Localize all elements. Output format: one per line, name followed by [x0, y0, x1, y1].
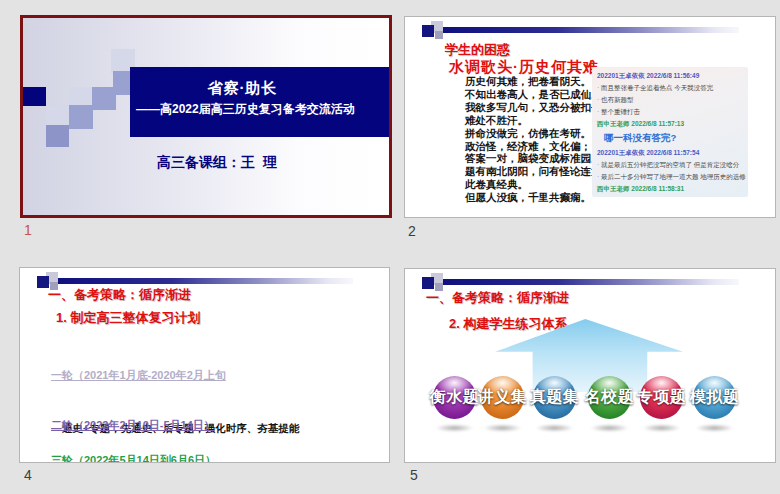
chat-message: 哪一科没有答完?	[604, 132, 743, 145]
sphere-moniti: 模拟题	[693, 376, 736, 419]
poem-line: 历史何其难，把卷看阴天。	[465, 75, 612, 88]
poem-line: 不知出卷高人，是否已成仙。	[465, 88, 612, 101]
sphere-label: 衡水题	[430, 386, 480, 407]
chat-message: 整个重锤打击	[597, 108, 743, 117]
slide5-heading: 一、备考策略：循序渐进	[426, 289, 569, 307]
slide-thumbnail-2[interactable]: 学生的困惑 水调歌头·历史何其难 历史何其难，把卷看阴天。 不知出卷高人，是否已…	[404, 16, 776, 218]
decor-square	[422, 25, 434, 37]
decor-square	[23, 87, 46, 106]
chat-header: 202201王卓依依 2022/6/8 11:57:54	[597, 149, 743, 158]
sphere-label: 讲义集	[478, 386, 528, 407]
slide-number-2: 2	[408, 223, 416, 239]
slide5-subheading: 2. 构建学生练习体系	[449, 315, 567, 333]
chat-message: 也有新题型	[597, 96, 743, 105]
slide-sorter: 省察·助长 ——高2022届高三历史复习备考交流活动 高三备课组：王 理 1 学…	[0, 0, 780, 494]
title-banner: 省察·助长 ——高2022届高三历史复习备考交流活动	[130, 67, 389, 137]
slide-thumbnail-5[interactable]: 一、备考策略：循序渐进 2. 构建学生练习体系 衡水题 讲义集 真题集 名校题 …	[404, 268, 776, 463]
round-plan-3: 三轮（2022年5月14日到6月6日） 回归考点，由学变考，总结规律，形成模式。	[51, 417, 272, 463]
slide4-subheading: 1. 制定高三整体复习计划	[56, 309, 200, 327]
poem-line: 政治怪，经济难，文化偏；	[465, 140, 612, 153]
chat-screenshot: 202201王卓依依 2022/6/8 11:56:49 而且整张卷子全追着热点…	[592, 67, 748, 197]
poem-line: 我欲多写几句，又恐分被扣去，	[465, 101, 612, 114]
decor-square	[92, 87, 116, 110]
slide-thumbnail-4[interactable]: 一、备考策略：循序渐进 1. 制定高三整体复习计划 一轮（2021年1月底-20…	[19, 267, 390, 463]
chat-header: 西中王老师 2022/6/8 11:58:31	[597, 185, 743, 194]
sphere-label: 名校题	[585, 386, 635, 407]
decor-square	[435, 31, 443, 39]
decor-bar	[50, 278, 353, 284]
chat-message: 就是最后五分钟把没写的空填了 但是肯定没啥分	[597, 161, 743, 170]
poem-line: 但愿人没疯，千里共癫痫。	[465, 191, 612, 204]
slide-number-4: 4	[24, 467, 32, 483]
chat-header: 西中王老师 2022/6/8 11:57:13	[597, 120, 743, 129]
decor-bar	[435, 27, 739, 33]
slide-number-5: 5	[410, 467, 418, 483]
round-label: 一轮（2021年1月底-2020年2月上旬	[51, 368, 314, 383]
chat-header: 202201王卓依依 2022/6/8 11:56:49	[597, 72, 743, 81]
slide1-presenter: 高三备课组：王 理	[157, 154, 277, 172]
sphere-label: 模拟题	[690, 386, 740, 407]
poem-line: 答案一对，脑袋变成标准园。	[465, 152, 612, 165]
sphere-zhentiji: 真题集	[533, 376, 576, 419]
poem-line: 题有南北阴阳，问有怪论连篇，	[465, 165, 612, 178]
slide1-subtitle: ——高2022届高三历史复习备考交流活动	[136, 101, 349, 118]
slide4-heading: 一、备考策略：循序渐进	[48, 286, 191, 304]
sphere-hengshuiti: 衡水题	[433, 376, 476, 419]
slide2-heading: 学生的困惑	[445, 41, 510, 59]
poem-line: 此卷真经典。	[465, 178, 612, 191]
sphere-zhuanxiangti: 专项题	[640, 376, 683, 419]
decor-bar	[435, 279, 739, 285]
poem-line: 拼命没做完，仿佛在考研。	[465, 127, 612, 140]
slide-number-1: 1	[24, 222, 32, 238]
sphere-jiangyiji: 讲义集	[481, 376, 524, 419]
decor-square	[422, 277, 434, 289]
poem-line: 难处不胜汗。	[465, 114, 612, 127]
chat-message: 而且整张卷子全追着热点 今天我没答完	[597, 84, 743, 93]
sphere-mingxiaoti: 名校题	[588, 376, 631, 419]
slide1-title: 省察·助长	[136, 79, 349, 98]
chat-message: 最后二十多分钟写了地理一道大题 地理历史的选修	[597, 173, 743, 182]
decor-square	[69, 105, 93, 129]
round-label: 三轮（2022年5月14日到6月6日）	[51, 453, 272, 463]
decor-square	[46, 125, 69, 147]
poem-body: 历史何其难，把卷看阴天。 不知出卷高人，是否已成仙。 我欲多写几句，又恐分被扣去…	[465, 75, 612, 204]
slide-thumbnail-1[interactable]: 省察·助长 ——高2022届高三历史复习备考交流活动 高三备课组：王 理	[20, 15, 392, 218]
sphere-label: 真题集	[530, 386, 580, 407]
sphere-label: 专项题	[637, 386, 687, 407]
